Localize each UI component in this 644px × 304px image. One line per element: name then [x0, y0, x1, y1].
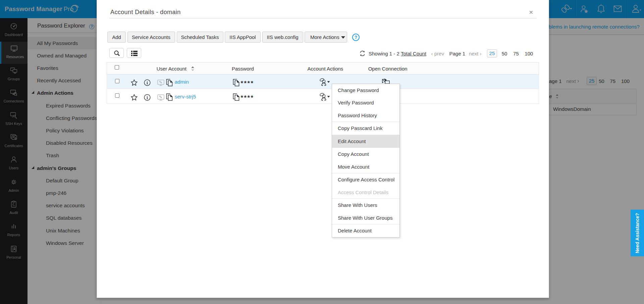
svg-text:i: i	[147, 95, 148, 100]
svg-text:i: i	[147, 80, 148, 85]
